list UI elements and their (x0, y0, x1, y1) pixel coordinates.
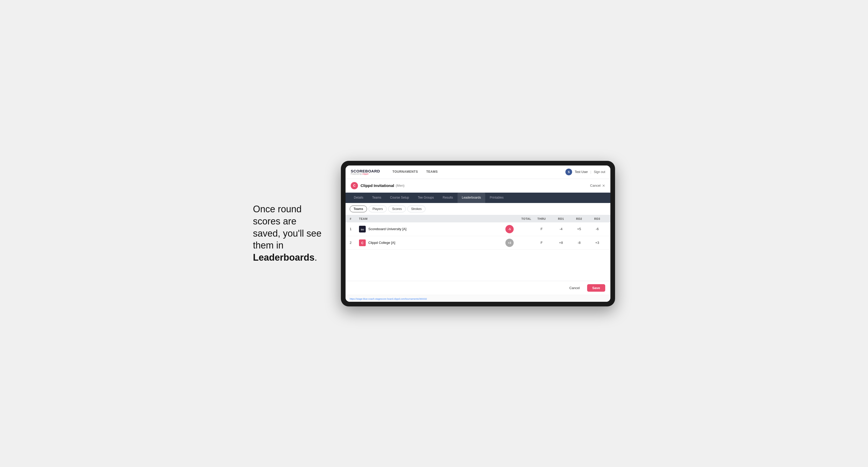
row1-score-badge: -5 (505, 225, 514, 233)
tab-printables[interactable]: Printables (486, 193, 508, 203)
row1-rd2: +5 (570, 227, 588, 231)
col-rank: # (350, 217, 359, 220)
nav-links: TOURNAMENTS TEAMS (388, 165, 442, 179)
svg-text:C: C (361, 241, 364, 245)
tournament-subtitle: (Men) (396, 184, 404, 187)
row2-thru: F (531, 241, 552, 245)
tab-bar: Details Teams Course Setup Tee Groups Re… (345, 193, 610, 203)
user-name: Test User (575, 170, 588, 174)
nav-teams[interactable]: TEAMS (422, 165, 442, 179)
col-rd3: RD3 (588, 217, 606, 220)
tab-teams[interactable]: Teams (368, 193, 385, 203)
row1-rd3: -6 (588, 227, 606, 231)
tablet-screen: SCOREBOARD Powered by clippd TOURNAMENTS… (345, 165, 610, 302)
cancel-x-icon: ✕ (602, 184, 605, 188)
row1-thru: F (531, 227, 552, 231)
table-row[interactable]: 2 C Clippd College [A] +3 F +8 -8 + (345, 236, 610, 250)
nav-divider: | (590, 170, 591, 174)
sign-out-link[interactable]: Sign out (594, 170, 605, 174)
row2-team-logo: C (359, 240, 366, 246)
tab-leaderboards[interactable]: Leaderboards (458, 193, 485, 203)
tournament-title: Clippd Invitational (361, 183, 394, 188)
sidebar-description: Once round scores are saved, you'll see … (253, 203, 326, 264)
table-row[interactable]: 1 SU Scoreboard University [A] -5 F -4 +… (345, 222, 610, 236)
nav-tournaments[interactable]: TOURNAMENTS (388, 165, 422, 179)
nav-right: S Test User | Sign out (565, 168, 605, 175)
row2-rd3: +3 (588, 241, 606, 245)
row1-team: SU Scoreboard University [A] (359, 226, 505, 232)
tournament-header: C Clippd Invitational (Men) Cancel ✕ (345, 179, 610, 193)
row1-rd1: -4 (552, 227, 570, 231)
logo-powered: Powered by clippd (351, 173, 380, 175)
footer: Cancel Save (345, 281, 610, 295)
tab-results[interactable]: Results (438, 193, 457, 203)
footer-save-button[interactable]: Save (587, 284, 605, 292)
sub-tab-players[interactable]: Players (369, 206, 387, 212)
col-total: TOTAL (505, 217, 531, 220)
row2-rd1: +8 (552, 241, 570, 245)
row2-score-badge: +3 (505, 239, 514, 247)
content-spacer (345, 250, 610, 281)
row1-total: -5 (505, 225, 531, 233)
row2-total: +3 (505, 239, 531, 247)
row1-team-name: Scoreboard University [A] (368, 227, 406, 231)
table-header: # TEAM TOTAL THRU RD1 RD2 RD3 (345, 215, 610, 222)
tablet-frame: SCOREBOARD Powered by clippd TOURNAMENTS… (341, 161, 615, 306)
tab-course-setup[interactable]: Course Setup (386, 193, 413, 203)
row2-team: C Clippd College [A] (359, 240, 505, 246)
sub-tab-scores[interactable]: Scores (388, 206, 406, 212)
row1-rank: 1 (350, 227, 359, 231)
row2-rd2: -8 (570, 241, 588, 245)
row1-team-logo: SU (359, 226, 366, 232)
url-bar: https://stage-blue-coach.stagescore boar… (345, 295, 610, 302)
tab-tee-groups[interactable]: Tee Groups (413, 193, 438, 203)
logo-area: SCOREBOARD Powered by clippd (351, 169, 380, 175)
user-avatar: S (565, 168, 572, 175)
row2-team-name: Clippd College [A] (368, 241, 395, 245)
logo-scoreboard: SCOREBOARD (351, 169, 380, 173)
url-text: https://stage-blue-coach.stagescore boar… (350, 298, 427, 300)
col-rd1: RD1 (552, 217, 570, 220)
col-team: TEAM (359, 217, 505, 220)
col-thru: THRU (531, 217, 552, 220)
row2-rank: 2 (350, 241, 359, 245)
footer-cancel-button[interactable]: Cancel (565, 284, 584, 292)
tab-details[interactable]: Details (350, 193, 368, 203)
top-nav: SCOREBOARD Powered by clippd TOURNAMENTS… (345, 165, 610, 179)
tournament-icon: C (351, 182, 358, 189)
tournament-cancel-btn[interactable]: Cancel ✕ (590, 184, 605, 188)
svg-text:SU: SU (361, 228, 364, 231)
sub-tab-strokes[interactable]: Strokes (407, 206, 426, 212)
col-rd2: RD2 (570, 217, 588, 220)
sub-tab-bar: Teams Players Scores Strokes (345, 203, 610, 215)
sub-tab-teams[interactable]: Teams (350, 206, 367, 212)
